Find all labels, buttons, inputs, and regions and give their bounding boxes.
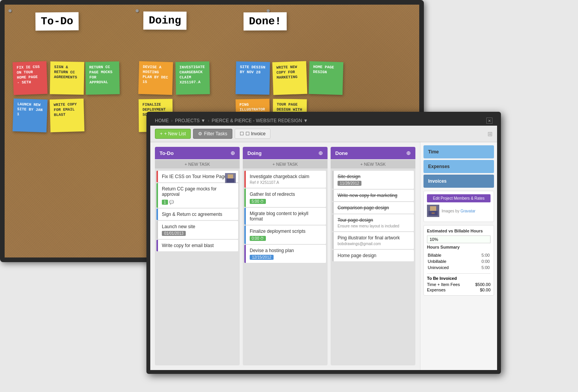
kanban-board: To-Do ⊕ + NEW TASK Fix IE CSS on Tour Ho… <box>150 142 420 370</box>
grid-view-icon[interactable]: ⊞ <box>487 130 492 138</box>
task-card[interactable]: Gather list of redirects 5:00 ⏱ <box>244 188 326 207</box>
separator: › <box>171 118 173 123</box>
task-card[interactable]: Migrate blog content to jekyll format <box>244 208 326 225</box>
hours-value: 5:00 <box>472 252 490 258</box>
invoice-value: $0.00 <box>480 288 491 292</box>
sticky-note: SIGN & RETURN CC AGREEMENTS <box>50 61 84 95</box>
new-list-button[interactable]: + + New List <box>155 129 191 139</box>
separator: › <box>208 118 209 123</box>
kanban-column-todo: To-Do ⊕ + NEW TASK Fix IE CSS on Tour Ho… <box>155 147 240 365</box>
table-row: Uninvoiced 5:00 <box>428 265 490 270</box>
task-badge: 1 💬 <box>162 200 174 205</box>
svg-rect-4 <box>430 206 436 211</box>
new-task-button[interactable]: + NEW TASK <box>155 160 240 168</box>
new-task-button[interactable]: + NEW TASK <box>331 160 415 168</box>
app-titlebar: HOME › PROJECTS ▼ › PIERCE & PIERCE - WE… <box>150 116 497 126</box>
svg-rect-1 <box>228 175 233 179</box>
task-card[interactable]: Return CC page mocks for approval 1 💬 <box>156 183 238 208</box>
column-header-doing: Doing ⊕ <box>243 147 328 159</box>
invoice-row: Time + Item Fees $500.00 <box>427 282 491 287</box>
table-row: Unbillable 0:00 <box>428 259 490 264</box>
task-card[interactable]: Investigate chargeback claim Ref # X2511… <box>244 171 326 188</box>
avatar <box>225 173 236 184</box>
sticky-note: HOME PAGE DESIGN <box>309 61 343 95</box>
sticky-note: LAUNCH NEW SITE BY JAN 1 <box>13 98 48 132</box>
sticky-note: WRITE NEW COPY FOR MARKETING <box>272 61 307 95</box>
gravatar-link[interactable]: Gravatar <box>460 209 476 213</box>
doing-cards: + NEW TASK Investigate chargeback claim … <box>243 159 328 365</box>
invoice-label: Expenses <box>427 288 445 292</box>
task-card[interactable]: Ping illustrator for final artwork bobdr… <box>332 232 414 249</box>
board-header-doing: Doing <box>143 12 187 30</box>
time-button[interactable]: Time <box>423 145 494 158</box>
gravatar-row: Images by Gravatar <box>427 205 491 217</box>
task-date: 01/01/2013 <box>162 231 186 236</box>
done-cards: + NEW TASK Site design 11/28/2012 Write … <box>331 159 415 365</box>
pushpin <box>8 9 12 12</box>
sticky-note: WRITE COPY FOR EMAIL BLAST <box>50 99 84 132</box>
kanban-column-doing: Doing ⊕ + NEW TASK Investigate chargebac… <box>243 147 328 365</box>
hours-section: Estimated vs Billable Hours Hours Summar… <box>423 225 494 296</box>
pushpin <box>267 9 270 12</box>
column-menu-icon[interactable]: ⊕ <box>230 150 235 156</box>
task-card[interactable]: Launch new site 01/01/2013 <box>156 221 238 239</box>
right-sidebar: Time Expenses Invoices Edit Project Memb… <box>420 142 497 370</box>
task-card[interactable]: Write copy for email blast <box>156 240 238 251</box>
estimated-label: Estimated vs Billable Hours <box>427 229 491 233</box>
todo-cards: + NEW TASK Fix IE CSS on Tour Home Page … <box>155 159 240 365</box>
to-be-invoiced-section: To Be Invoiced Time + Item Fees $500.00 … <box>427 276 491 292</box>
task-card[interactable]: Tour page design Ensure new menu layout … <box>332 214 414 231</box>
column-menu-icon[interactable]: ⊕ <box>406 150 411 156</box>
task-subtext: Ref # X251107.A <box>250 180 322 185</box>
hours-value: 0:00 <box>472 259 490 264</box>
task-card[interactable]: Home page design <box>332 250 414 261</box>
avatar <box>427 205 439 217</box>
hours-label: Billable <box>428 252 472 258</box>
to-be-invoiced-title: To Be Invoiced <box>427 276 491 281</box>
timer-badge: 0:00 ⏱ <box>250 236 266 241</box>
task-date: 12/15/2012 <box>250 255 274 260</box>
column-header-todo: To-Do ⊕ <box>155 147 240 159</box>
task-card[interactable]: Comparison page design <box>332 202 414 214</box>
expenses-button[interactable]: Expenses <box>423 160 494 173</box>
breadcrumb-home[interactable]: HOME <box>155 118 169 123</box>
comment-icon: 💬 <box>169 200 174 204</box>
task-card[interactable]: Site design 11/28/2012 <box>332 171 414 189</box>
app-content: To-Do ⊕ + NEW TASK Fix IE CSS on Tour Ho… <box>150 142 497 370</box>
task-card[interactable]: Devise a hosting plan 12/15/2012 <box>244 245 326 263</box>
column-menu-icon[interactable]: ⊕ <box>318 150 323 156</box>
hours-label: Unbillable <box>428 259 472 264</box>
filter-tasks-button[interactable]: ⚙ Filter Tasks <box>193 129 232 139</box>
breadcrumb-project[interactable]: PIERCE & PIERCE - WEBSITE REDESIGN ▼ <box>212 118 308 123</box>
task-card[interactable]: Finalize deployment scripts 0:00 ⏱ <box>244 225 326 244</box>
hours-summary-title: Hours Summary <box>427 245 491 249</box>
edit-members-button[interactable]: Edit Project Members & Rates <box>427 194 491 202</box>
breadcrumb-projects[interactable]: PROJECTS ▼ <box>175 118 205 123</box>
badge-count: 1 <box>162 200 168 205</box>
invoice-button[interactable]: ☐ ☐ Invoice <box>235 129 271 139</box>
task-card[interactable]: Fix IE CSS on Tour Home Page <box>156 171 238 182</box>
sticky-note: INVESTIGATE CHARGEBACK CLAIM X251107.A <box>175 61 210 95</box>
divider <box>427 273 491 274</box>
task-card[interactable]: Sign & Return cc agreements <box>156 209 238 220</box>
filter-icon: ⚙ <box>198 131 202 136</box>
timer-badge: 5:00 ⏱ <box>250 199 266 204</box>
invoices-button[interactable]: Invoices <box>423 175 494 188</box>
project-members-section: Edit Project Members & Rates Images by G… <box>423 191 494 222</box>
pushpin <box>136 9 139 12</box>
sticky-note: FIX IE CSS ON TOUR HOME PAGE- SETH <box>13 61 48 95</box>
invoice-icon: ☐ <box>240 131 244 136</box>
task-date: 11/28/2012 <box>338 181 361 186</box>
close-icon[interactable]: ✕ <box>486 118 492 124</box>
sticky-note: SITE DESIGN BY NOV 28 <box>235 61 270 95</box>
sticky-note: DEVISE A HOSTING PLAN BY DEC 15 <box>138 61 173 95</box>
task-card[interactable]: Write new copy for marketing <box>332 190 414 201</box>
estimated-input[interactable] <box>427 236 491 243</box>
kanban-column-done: Done ⊕ + NEW TASK Site design 11/28/2012… <box>331 147 415 365</box>
hours-label: Uninvoiced <box>428 265 472 270</box>
hours-value: 5:00 <box>472 265 490 270</box>
plus-icon: + <box>160 131 163 136</box>
new-task-button[interactable]: + NEW TASK <box>243 160 328 168</box>
gravatar-attribution: Images by Gravatar <box>442 209 476 213</box>
column-header-done: Done ⊕ <box>331 147 415 159</box>
